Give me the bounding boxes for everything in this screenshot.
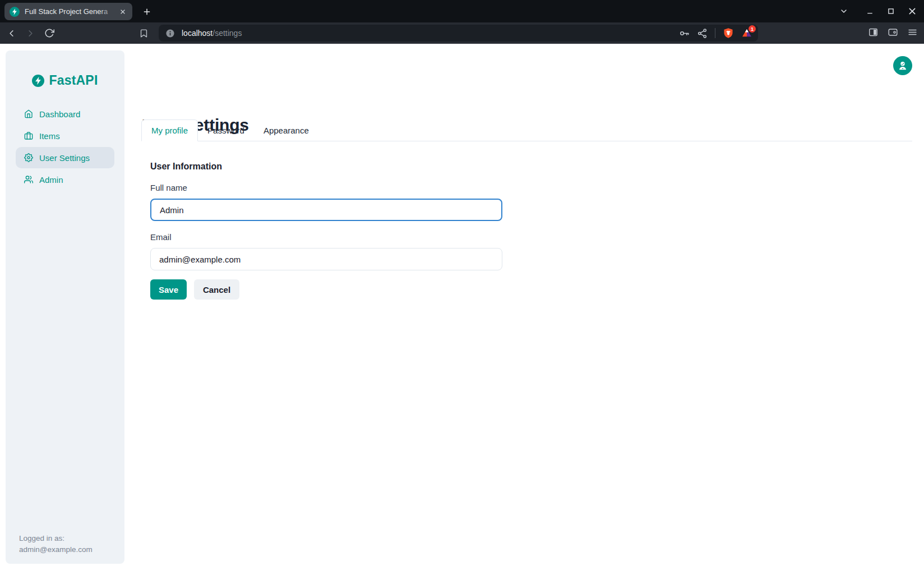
sidebar-item-items[interactable]: Items: [16, 125, 114, 146]
users-icon: [24, 175, 33, 184]
tab-close-icon[interactable]: [118, 7, 128, 17]
save-button[interactable]: Save: [150, 279, 187, 300]
briefcase-icon: [24, 131, 33, 140]
sidebar-toggle-icon[interactable]: [867, 26, 879, 38]
fastapi-favicon-icon: [10, 7, 20, 17]
email-field[interactable]: [150, 248, 502, 270]
window-minimize-icon[interactable]: [863, 5, 876, 17]
sidebar: FastAPI Dashboard Items User Settings: [6, 50, 124, 564]
rewards-badge: 1: [749, 25, 756, 33]
settings-tabs: My profile Password Appearance: [141, 119, 912, 141]
app-page: FastAPI Dashboard Items User Settings: [0, 44, 924, 575]
window-controls: [838, 0, 924, 22]
sidebar-item-admin[interactable]: Admin: [16, 169, 114, 190]
sidebar-item-label: User Settings: [39, 153, 90, 163]
brand-name: FastAPI: [49, 73, 98, 88]
sidebar-item-dashboard[interactable]: Dashboard: [16, 103, 114, 125]
section-title: User Information: [150, 162, 222, 172]
window-maximize-icon[interactable]: [885, 5, 897, 17]
url-host: localhost: [182, 29, 212, 38]
sidebar-item-label: Items: [39, 131, 60, 141]
sidebar-item-user-settings[interactable]: User Settings: [16, 147, 114, 168]
password-key-icon[interactable]: [679, 28, 690, 39]
new-tab-icon[interactable]: [140, 5, 154, 19]
full-name-field[interactable]: [150, 199, 502, 221]
forward-icon[interactable]: [24, 26, 37, 40]
user-avatar-button[interactable]: [893, 56, 912, 75]
browser-toolbar: localhost/settings 1: [0, 22, 924, 44]
tab-appearance[interactable]: Appearance: [254, 119, 318, 141]
fastapi-bolt-icon: [32, 75, 44, 87]
bookmark-icon[interactable]: [137, 26, 150, 40]
cancel-button[interactable]: Cancel: [194, 279, 239, 300]
address-bar[interactable]: localhost/settings 1: [159, 25, 758, 42]
tab-my-profile[interactable]: My profile: [141, 119, 198, 141]
browser-tabstrip: Full Stack Project Genera: [0, 0, 924, 22]
tab-title: Full Stack Project Genera: [25, 7, 118, 16]
sidebar-item-label: Dashboard: [39, 109, 80, 119]
logged-in-email: admin@example.com: [19, 544, 93, 555]
back-icon[interactable]: [4, 26, 18, 40]
sidebar-item-label: Admin: [39, 175, 63, 185]
email-label: Email: [150, 232, 172, 242]
url-text[interactable]: localhost/settings: [182, 29, 679, 38]
gear-icon: [24, 153, 33, 162]
url-path: /settings: [212, 29, 242, 38]
site-info-icon[interactable]: [165, 29, 175, 38]
brave-shield-icon[interactable]: [723, 27, 734, 39]
menu-hamburger-icon[interactable]: [907, 26, 918, 38]
brave-rewards-icon[interactable]: 1: [741, 27, 752, 39]
full-name-label: Full name: [150, 183, 187, 192]
toolbar-divider: [715, 28, 715, 38]
window-close-icon[interactable]: [906, 5, 918, 17]
window-chevron-down-icon[interactable]: [838, 5, 850, 17]
user-icon: [897, 60, 908, 71]
fastapi-logo: FastAPI: [6, 73, 124, 88]
reload-icon[interactable]: [43, 26, 56, 40]
home-icon: [24, 109, 33, 118]
tab-password[interactable]: Password: [198, 119, 254, 141]
browser-tab[interactable]: Full Stack Project Genera: [4, 3, 132, 20]
logged-in-label: Logged in as:: [19, 533, 93, 544]
wallet-icon[interactable]: [887, 26, 899, 38]
share-icon[interactable]: [697, 28, 708, 39]
logged-in-footer: Logged in as: admin@example.com: [19, 533, 93, 555]
browser-window: Full Stack Project Genera: [0, 0, 924, 575]
